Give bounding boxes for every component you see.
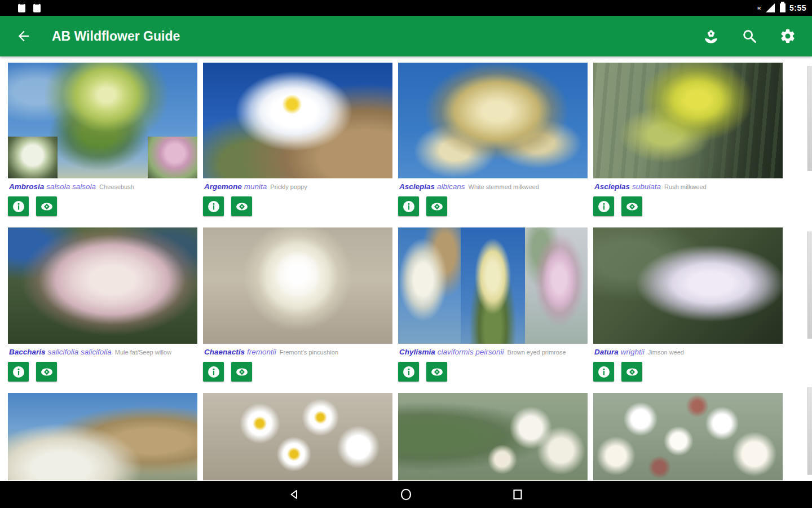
species-card: ChaenactisfremontiiFremont's pincushion bbox=[203, 227, 392, 382]
eye-button[interactable] bbox=[621, 196, 642, 216]
eye-button[interactable] bbox=[621, 362, 642, 382]
photo-inset bbox=[148, 137, 197, 178]
common-name: Rush milkweed bbox=[664, 183, 707, 190]
species-card bbox=[203, 393, 392, 480]
common-name: Brown eyed primrose bbox=[508, 349, 566, 356]
page-title: AB Wildflower Guide bbox=[52, 29, 180, 44]
eye-button[interactable] bbox=[231, 196, 252, 216]
species-name: albicans bbox=[437, 182, 465, 191]
info-icon bbox=[402, 200, 416, 213]
info-button[interactable] bbox=[398, 362, 419, 382]
common-name: Fremont's pincushion bbox=[280, 349, 338, 356]
info-button[interactable] bbox=[398, 196, 419, 216]
next-column-sliver bbox=[807, 231, 812, 339]
species-photo[interactable] bbox=[398, 63, 588, 178]
status-bar: R 5:55 bbox=[0, 0, 812, 16]
species-card bbox=[8, 393, 197, 480]
info-button[interactable] bbox=[203, 362, 224, 382]
species-name: claviformis peirsonii bbox=[438, 348, 504, 356]
search-button[interactable] bbox=[738, 24, 761, 48]
info-icon bbox=[207, 365, 220, 379]
genus-name: Chylismia bbox=[399, 348, 435, 356]
species-photo[interactable] bbox=[203, 393, 392, 480]
species-name: fremontii bbox=[247, 348, 276, 356]
info-icon bbox=[12, 365, 25, 379]
species-name: salsola salsola bbox=[46, 182, 96, 191]
species-caption: ChaenactisfremontiiFremont's pincushion bbox=[204, 348, 391, 356]
species-card: Baccharissalicifolia salicifoliaMule fat… bbox=[8, 227, 197, 382]
species-caption: Baccharissalicifolia salicifoliaMule fat… bbox=[9, 348, 196, 356]
signal-icon bbox=[765, 3, 775, 12]
info-button[interactable] bbox=[203, 196, 224, 216]
eye-icon bbox=[430, 365, 444, 379]
next-column-sliver bbox=[807, 387, 812, 475]
nav-recents-button[interactable] bbox=[501, 483, 535, 506]
photo-panel bbox=[398, 227, 461, 344]
eye-button[interactable] bbox=[36, 362, 57, 382]
species-caption: ArgemonemunitaPrickly poppy bbox=[204, 182, 391, 191]
info-button[interactable] bbox=[8, 362, 29, 382]
species-grid: Ambrosiasalsola salsolaCheesebush Ar bbox=[0, 56, 812, 481]
genus-name: Datura bbox=[594, 348, 619, 356]
nav-home-button[interactable] bbox=[389, 483, 423, 506]
flower-icon bbox=[703, 28, 720, 45]
common-name: Prickly poppy bbox=[270, 183, 307, 190]
gear-icon bbox=[779, 28, 796, 45]
species-card: AsclepiassubulataRush milkweed bbox=[593, 63, 783, 216]
info-icon bbox=[597, 200, 611, 213]
species-photo[interactable] bbox=[593, 393, 783, 480]
roaming-indicator: R bbox=[757, 6, 761, 11]
eye-icon bbox=[39, 365, 54, 379]
eye-button[interactable] bbox=[426, 362, 447, 382]
species-photo[interactable] bbox=[8, 63, 197, 178]
photo-panel bbox=[525, 227, 588, 344]
genus-name: Ambrosia bbox=[9, 182, 44, 191]
flower-filter-button[interactable] bbox=[699, 24, 723, 48]
eye-icon bbox=[430, 200, 444, 213]
notification-icon bbox=[18, 4, 25, 12]
species-name: salicifolia salicifolia bbox=[48, 348, 112, 356]
info-icon bbox=[207, 200, 220, 213]
species-photo[interactable] bbox=[398, 393, 588, 480]
species-photo[interactable] bbox=[593, 63, 783, 178]
notification-icon bbox=[33, 4, 41, 12]
species-card: AsclepiasalbicansWhite stemmed milkweed bbox=[398, 63, 588, 216]
info-button[interactable] bbox=[8, 196, 29, 216]
genus-name: Baccharis bbox=[9, 348, 46, 356]
eye-button[interactable] bbox=[36, 196, 57, 216]
genus-name: Chaenactis bbox=[204, 348, 245, 356]
eye-button[interactable] bbox=[231, 362, 252, 382]
species-photo[interactable] bbox=[8, 393, 197, 480]
eye-icon bbox=[39, 200, 54, 213]
eye-icon bbox=[625, 365, 639, 379]
species-name: subulata bbox=[632, 182, 661, 191]
info-button[interactable] bbox=[593, 362, 614, 382]
recents-square-icon bbox=[511, 488, 524, 501]
species-name: munita bbox=[244, 182, 267, 191]
arrow-left-icon bbox=[16, 28, 32, 44]
next-column-sliver bbox=[807, 66, 812, 171]
species-photo[interactable] bbox=[593, 227, 783, 344]
eye-button[interactable] bbox=[426, 196, 447, 216]
nav-back-button[interactable] bbox=[277, 483, 311, 506]
app-bar: AB Wildflower Guide bbox=[0, 16, 812, 56]
info-icon bbox=[597, 365, 611, 379]
home-circle-icon bbox=[399, 488, 413, 501]
species-photo[interactable] bbox=[203, 227, 392, 344]
species-name: wrightii bbox=[621, 348, 645, 356]
info-icon bbox=[402, 365, 416, 379]
species-caption: Ambrosiasalsola salsolaCheesebush bbox=[9, 182, 196, 191]
species-photo[interactable] bbox=[398, 227, 588, 344]
common-name: Cheesebush bbox=[99, 183, 134, 190]
settings-button[interactable] bbox=[776, 24, 800, 48]
info-button[interactable] bbox=[593, 196, 614, 216]
clock: 5:55 bbox=[789, 3, 806, 12]
photo-inset bbox=[8, 137, 58, 178]
eye-icon bbox=[235, 200, 249, 213]
species-photo[interactable] bbox=[8, 227, 197, 344]
species-caption: DaturawrightiiJimson weed bbox=[594, 348, 782, 356]
genus-name: Asclepias bbox=[594, 182, 630, 191]
species-caption: AsclepiasalbicansWhite stemmed milkweed bbox=[399, 182, 586, 191]
species-photo[interactable] bbox=[203, 63, 392, 178]
back-button[interactable] bbox=[8, 20, 39, 52]
